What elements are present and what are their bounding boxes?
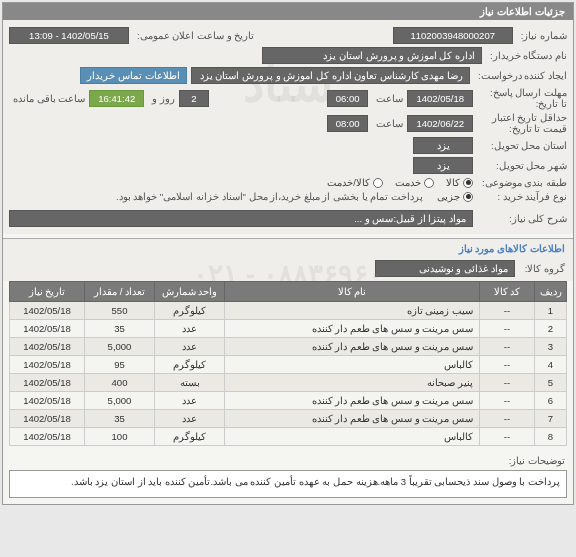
cell-date: 1402/05/18 [10,356,85,374]
credit-time-label: ساعت [372,118,403,129]
cell-row: 7 [535,410,567,428]
contact-link[interactable]: اطلاعات تماس خریدار [80,67,186,84]
cell-date: 1402/05/18 [10,302,85,320]
cell-qty: 400 [85,374,155,392]
cell-name: پنیر صبحانه [225,374,480,392]
cell-qty: 550 [85,302,155,320]
group-row: ۰۸۸۳۶۹۶۰ - ۰۲۱ گروه کالا: مواد غذائی و ن… [3,256,573,281]
cell-code: -- [480,410,535,428]
row-need-no: شماره نیاز: 1102003948000207 تاریخ و ساع… [9,27,567,44]
credit-label: حداقل تاریخ اعتبار قیمت تا تاریخ: [477,112,567,134]
table-row[interactable]: 8--کالباسکیلوگرم1001402/05/18 [10,428,567,446]
cell-qty: 5,000 [85,338,155,356]
cell-qty: 100 [85,428,155,446]
cell-date: 1402/05/18 [10,428,85,446]
cell-row: 8 [535,428,567,446]
row-credit: حداقل تاریخ اعتبار قیمت تا تاریخ: 1402/0… [9,112,567,134]
radio-dot-icon [463,192,473,202]
cell-date: 1402/05/18 [10,374,85,392]
table-row[interactable]: 5--پنیر صبحانهبسته4001402/05/18 [10,374,567,392]
cell-code: -- [480,356,535,374]
cell-name: سس مرینت و سس های طعم دار کننده [225,338,480,356]
row-requester: ایجاد کننده درخواست: رضا مهدی کارشناس تع… [9,67,567,84]
table-row[interactable]: 6--سس مرینت و سس های طعم دار کنندهعدد5,0… [10,392,567,410]
cell-name: سس مرینت و سس های طعم دار کننده [225,392,480,410]
cell-row: 2 [535,320,567,338]
cell-row: 6 [535,392,567,410]
cell-qty: 35 [85,410,155,428]
credit-date: 1402/06/22 [407,115,473,132]
remaining-time: 16:41:42 [89,90,144,107]
deadline-date: 1402/05/18 [407,90,473,107]
buyer-value: اداره کل اموزش و پرورش استان یزد [262,47,482,64]
cell-date: 1402/05/18 [10,392,85,410]
cell-name: کالباس [225,356,480,374]
cell-unit: عدد [155,338,225,356]
cell-code: -- [480,320,535,338]
cell-unit: کیلوگرم [155,356,225,374]
remaining-label: ساعت باقی مانده [9,93,85,104]
th-row: ردیف [535,282,567,302]
group-label: گروه کالا: [521,263,565,274]
cell-unit: عدد [155,320,225,338]
radio-partial[interactable]: جزیی [437,191,473,202]
credit-time: 08:00 [327,115,369,132]
radio-goods[interactable]: کالا [446,177,473,188]
need-desc-label: شرح کلی نیاز: [477,213,567,224]
announce-label: تاریخ و ساعت اعلان عمومی: [133,30,254,41]
buytype-label: نوع فرآیند خرید : [477,191,567,202]
radio-service[interactable]: خدمت [395,177,434,188]
cell-row: 4 [535,356,567,374]
row-category: طبقه بندی موضوعی: کالا خدمت کالا/خدمت [9,177,567,188]
table-row[interactable]: 4--کالباسکیلوگرم951402/05/18 [10,356,567,374]
cell-name: سس مرینت و سس های طعم دار کننده [225,410,480,428]
announce-value: 1402/05/15 - 13:09 [9,27,129,44]
group-value: مواد غذائی و نوشیدنی [375,260,515,277]
cell-date: 1402/05/18 [10,320,85,338]
table-row[interactable]: 7--سس مرینت و سس های طعم دار کنندهعدد351… [10,410,567,428]
radio-dot-icon [373,178,383,188]
th-code: کد کالا [480,282,535,302]
details-panel: جزئیات اطلاعات نیاز ستاد شماره نیاز: 110… [2,2,574,505]
radio-dot-icon [424,178,434,188]
deadline-label: مهلت ارسال پاسخ: تا تاریخ: [477,87,567,109]
notes-box: پرداخت با وصول سند ذیحسابی تقریباً 3 ماه… [9,470,567,498]
cell-row: 1 [535,302,567,320]
table-row[interactable]: 3--سس مرینت و سس های طعم دار کنندهعدد5,0… [10,338,567,356]
row-province: استان محل تحویل: یزد [9,137,567,154]
row-buyer: نام دستگاه خریدار: اداره کل اموزش و پرور… [9,47,567,64]
cell-unit: کیلوگرم [155,302,225,320]
cell-qty: 35 [85,320,155,338]
panel-title: جزئیات اطلاعات نیاز [3,3,573,20]
cell-code: -- [480,302,535,320]
deadline-time: 06:00 [327,90,369,107]
row-need-desc: شرح کلی نیاز: مواد پیتزا از قبیل:سس و ..… [9,210,567,227]
table-row[interactable]: 1--سیب زمینی تازهکیلوگرم5501402/05/18 [10,302,567,320]
category-label: طبقه بندی موضوعی: [477,177,567,188]
row-notes-label: توضیحات نیاز: [3,449,573,466]
requester-value: رضا مهدی کارشناس تعاون اداره کل اموزش و … [191,67,470,84]
cell-row: 5 [535,374,567,392]
cell-qty: 5,000 [85,392,155,410]
radio-dot-icon [463,178,473,188]
province-label: استان محل تحویل: [477,140,567,151]
requester-label: ایجاد کننده درخواست: [474,70,567,81]
buytype-radios: جزیی [437,191,473,202]
cell-date: 1402/05/18 [10,338,85,356]
items-table: ردیف کد کالا نام کالا واحد شمارش تعداد /… [9,281,567,446]
cell-code: -- [480,392,535,410]
need-desc-value: مواد پیتزا از قبیل:سس و ... [9,210,473,227]
cell-name: کالباس [225,428,480,446]
buyer-label: نام دستگاه خریدار: [486,50,567,61]
table-row[interactable]: 2--سس مرینت و سس های طعم دار کنندهعدد351… [10,320,567,338]
panel-body: ستاد شماره نیاز: 1102003948000207 تاریخ … [3,20,573,234]
cell-unit: بسته [155,374,225,392]
category-radios: کالا خدمت کالا/خدمت [327,177,473,188]
cell-code: -- [480,338,535,356]
cell-name: سس مرینت و سس های طعم دار کننده [225,320,480,338]
th-name: نام کالا [225,282,480,302]
items-section-title: اطلاعات کالاهای مورد نیاز [3,238,573,256]
deadline-time-label: ساعت [372,93,403,104]
cell-code: -- [480,374,535,392]
radio-goods-service[interactable]: کالا/خدمت [327,177,383,188]
